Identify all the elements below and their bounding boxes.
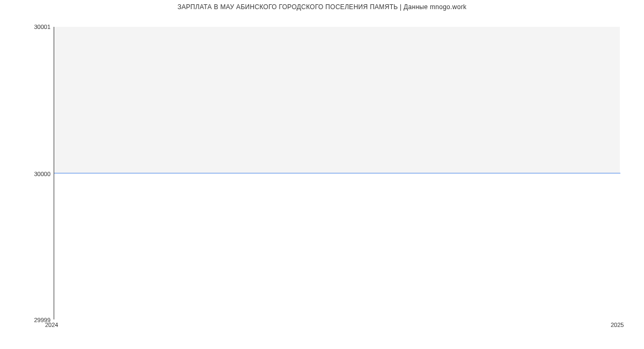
x-axis-tick-label: 2024 bbox=[45, 322, 58, 328]
chart-title: ЗАРПЛАТА В МАУ АБИНСКОГО ГОРОДСКОГО ПОСЕ… bbox=[0, 3, 644, 11]
y-axis-tick-label: 30000 bbox=[34, 171, 50, 177]
plot-background-lower bbox=[54, 173, 620, 319]
plot-area bbox=[54, 27, 620, 319]
chart-container: ЗАРПЛАТА В МАУ АБИНСКОГО ГОРОДСКОГО ПОСЕ… bbox=[0, 0, 644, 349]
y-axis-tick-label: 30001 bbox=[34, 24, 50, 30]
x-axis-tick-label: 2025 bbox=[611, 322, 624, 328]
data-line bbox=[54, 173, 620, 173]
